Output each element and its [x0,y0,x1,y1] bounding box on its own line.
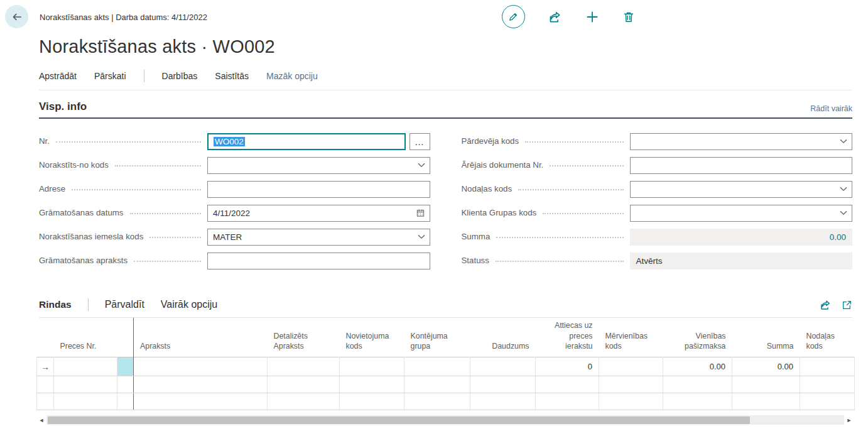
field-label: Statuss [462,256,489,266]
menu-apstradat[interactable]: Apstrādāt [39,71,77,81]
nr-input[interactable]: WO002 [207,133,406,150]
cell-novietojuma-kods[interactable] [340,393,404,410]
cell-detalizets-apraksts[interactable] [268,393,340,410]
col-header-apraksts[interactable]: Apraksts [134,318,268,357]
chevron-down-icon[interactable] [840,139,847,144]
cell-detalizets-apraksts[interactable] [268,357,340,376]
menu-parskati[interactable]: Pārskati [94,71,126,81]
general-section-title[interactable]: Visp. info [39,101,87,113]
row-selector-cell[interactable] [37,376,54,393]
cell-mervienibas-kods[interactable] [599,376,663,393]
cell-apraksts[interactable] [134,376,268,393]
klienta-grupas-kods-input[interactable] [630,205,853,222]
cell-vienibas-pasizmaksa[interactable]: 0.00 [663,357,732,376]
cell-daudzums[interactable] [470,357,536,376]
grid-row-3 [37,393,855,410]
scrollbar-track[interactable] [46,415,844,425]
cell-mervienibas-kods[interactable] [599,393,663,410]
lines-menu-parvaldit[interactable]: Pārvaldīt [105,299,144,310]
cell-attiecas-uz-preces-ierakstu[interactable] [536,376,599,393]
selected-cell[interactable] [117,357,134,376]
show-more-link[interactable]: Rādīt vairāk [810,104,852,113]
cell-daudzums[interactable] [470,376,536,393]
cell-mervienibas-kods[interactable] [599,357,663,376]
lines-share-button[interactable] [820,299,832,311]
cell-summa[interactable] [732,376,800,393]
cell-novietojuma-kods[interactable] [340,357,404,376]
cell-attiecas-uz-preces-ierakstu[interactable] [536,393,599,410]
row-selector-cell[interactable] [37,393,54,410]
delete-button[interactable] [622,11,635,23]
cell-kontejuma-grupa[interactable] [404,357,470,376]
nodalas-kods-input[interactable] [630,181,853,198]
col-header-kontejuma-grupa[interactable]: Kontējuma grupa [404,318,470,357]
col-header-daudzums[interactable]: Daudzums [470,318,536,357]
freeze-pane-cell[interactable] [117,393,134,410]
chevron-down-icon[interactable] [840,187,847,192]
cell-novietojuma-kods[interactable] [340,376,404,393]
col-header-preces-nr[interactable]: Preces Nr. [54,318,117,357]
scroll-left-arrow-icon[interactable]: ◄ [36,417,46,423]
scroll-right-arrow-icon[interactable]: ► [844,417,854,423]
cell-kontejuma-grupa[interactable] [404,376,470,393]
lines-section-title[interactable]: Rindas [39,299,72,310]
scrollbar-thumb[interactable] [48,416,750,424]
chevron-down-icon[interactable] [418,163,425,168]
chevron-down-icon[interactable] [418,234,425,239]
norakstits-no-kods-input[interactable] [207,157,430,174]
share-button[interactable] [548,10,562,24]
trash-icon [622,11,635,23]
dotted-leader [115,165,201,166]
cell-nodalas-kods[interactable] [800,357,855,376]
lines-menu-vairak-opciju[interactable]: Vairāk opciju [161,299,217,310]
horizontal-scrollbar: ◄ ► [36,415,854,425]
chevron-down-icon[interactable] [840,210,847,215]
back-button[interactable] [5,5,28,28]
field-klienta-grupas-kods: Klienta Grupas kods [462,204,853,222]
col-header-nodalas-kods[interactable]: Nodaļas kods [800,318,855,357]
col-header-vienibas-pasizmaksa[interactable]: Vienības pašizmaksa [663,318,732,357]
col-header-summa[interactable]: Summa [732,318,800,357]
calendar-icon[interactable] [416,209,425,218]
field-label: Grāmatošanas datums [39,208,124,218]
cell-vienibas-pasizmaksa[interactable] [663,376,732,393]
cell-vienibas-pasizmaksa[interactable] [663,393,732,410]
col-header-novietojuma-kods[interactable]: Novietojuma kods [340,318,404,357]
arejais-dokumenta-nr-input[interactable] [630,157,853,174]
edit-button[interactable] [502,5,525,28]
cell-apraksts[interactable] [134,393,268,410]
freeze-pane-cell[interactable] [117,376,134,393]
nr-assist-edit-button[interactable]: … [410,133,430,150]
cell-summa[interactable]: 0.00 [732,357,800,376]
menu-saistitas[interactable]: Saistītās [215,71,249,81]
cell-apraksts[interactable] [134,357,268,376]
row-selector-header [37,318,54,357]
dotted-leader [149,237,201,238]
new-button[interactable] [585,10,599,24]
gramatosanas-apraksts-input[interactable] [207,253,430,269]
cell-preces-nr[interactable] [54,376,117,393]
menu-darbibas[interactable]: Darbības [162,71,198,81]
menu-fewer-options[interactable]: Mazāk opciju [266,71,318,81]
top-action-icons [502,5,635,28]
col-header-detalizets-apraksts[interactable]: Detalizēts Apraksts [268,318,340,357]
lines-popout-button[interactable] [842,299,852,311]
col-header-attiecas-uz-preces-ierakstu[interactable]: Attiecas uz preces ierakstu [536,318,599,357]
cell-nodalas-kods[interactable] [800,376,855,393]
norakstisanas-iemesla-kods-input[interactable] [207,229,430,246]
cell-nodalas-kods[interactable] [800,393,855,410]
pardeveja-kods-input[interactable] [630,133,853,150]
adrese-input[interactable] [207,181,430,198]
cell-attiecas-uz-preces-ierakstu[interactable]: 0 [536,357,599,376]
cell-detalizets-apraksts[interactable] [268,376,340,393]
summa-value[interactable]: 0.00 [630,229,853,246]
current-row-arrow-icon[interactable]: → [37,357,54,376]
cell-preces-nr[interactable] [54,357,117,376]
gramatosanas-datums-input[interactable] [207,205,430,222]
cell-kontejuma-grupa[interactable] [404,393,470,410]
cell-summa[interactable] [732,393,800,410]
col-header-mervienibas-kods[interactable]: Mērvienības kods [599,318,663,357]
cell-preces-nr[interactable] [54,393,117,410]
dotted-leader [496,261,624,262]
cell-daudzums[interactable] [470,393,536,410]
